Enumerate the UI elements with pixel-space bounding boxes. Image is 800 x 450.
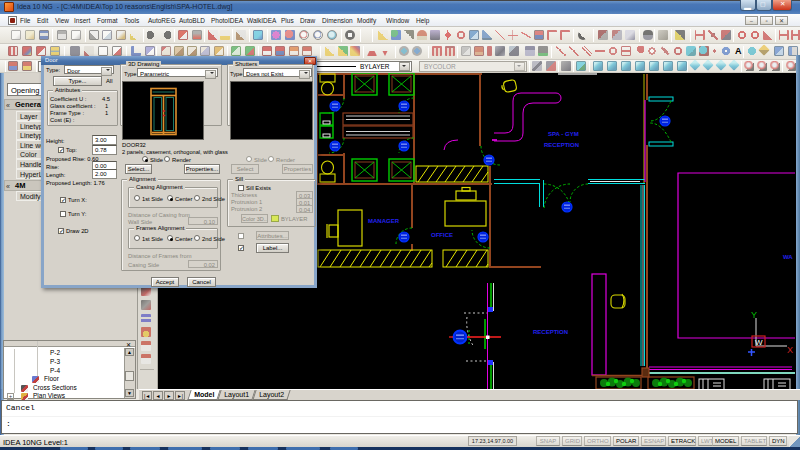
- svg-text:SPA - GYM: SPA - GYM: [548, 131, 579, 137]
- svg-text:RECEPTION: RECEPTION: [533, 329, 568, 335]
- svg-text:X: X: [787, 345, 793, 355]
- svg-text:W: W: [755, 338, 763, 347]
- svg-text:Y: Y: [751, 310, 757, 320]
- svg-text:MANAGER: MANAGER: [368, 218, 400, 224]
- svg-text:RECEPTION: RECEPTION: [544, 142, 579, 148]
- svg-text:OFFICE: OFFICE: [431, 232, 453, 238]
- svg-text:WA: WA: [783, 254, 793, 260]
